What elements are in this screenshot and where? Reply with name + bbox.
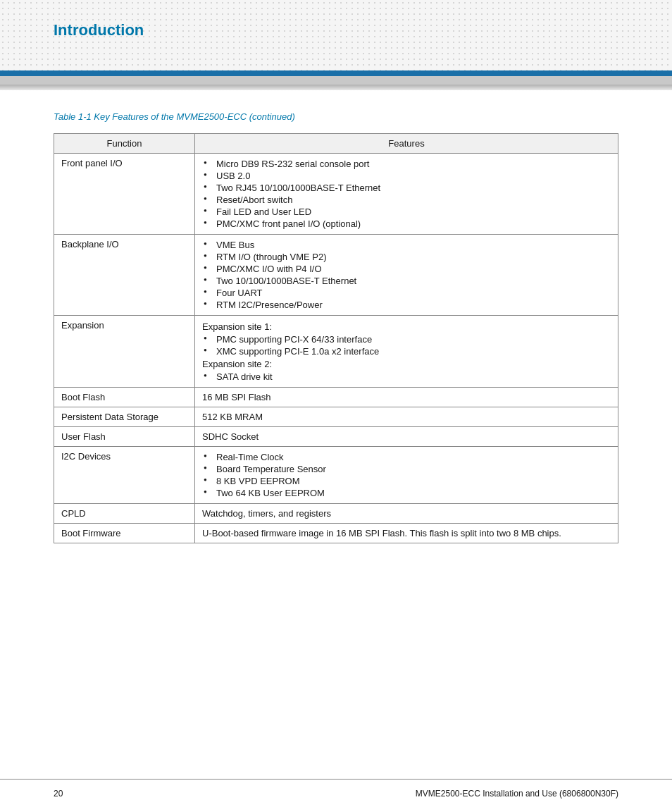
function-cell: Backplane I/O [54, 235, 195, 316]
expansion-site2-label: Expansion site 2: [202, 359, 611, 369]
header: Introduction [0, 0, 672, 70]
page-title: Introduction [54, 21, 144, 39]
list-item: Fail LED and User LED [202, 206, 611, 218]
list-item: SATA drive kit [202, 371, 611, 383]
features-cell: VME BusRTM I/O (through VME P2)PMC/XMC I… [195, 235, 618, 316]
table-header-row: Function Features [54, 134, 618, 154]
list-item: Two 10/100/1000BASE-T Ethernet [202, 275, 611, 287]
table-row: Boot FirmwareU-Boot-based firmware image… [54, 524, 618, 543]
page-footer: 20 MVME2500-ECC Installation and Use (68… [0, 779, 672, 807]
main-content: Table 1-1 Key Features of the MVME2500-E… [0, 90, 672, 586]
col-header-function: Function [54, 134, 195, 154]
list-item: USB 2.0 [202, 170, 611, 182]
features-cell: Micro DB9 RS-232 serial console portUSB … [195, 154, 618, 235]
list-item: PMC/XMC I/O with P4 I/O [202, 263, 611, 275]
table-row: CPLDWatchdog, timers, and registers [54, 504, 618, 524]
function-cell: Front panel I/O [54, 154, 195, 235]
features-table: Function Features Front panel I/OMicro D… [54, 133, 618, 543]
blue-accent-bar [0, 70, 672, 76]
document-title: MVME2500-ECC Installation and Use (68068… [416, 789, 618, 799]
features-cell: Real-Time ClockBoard Temperature Sensor8… [195, 447, 618, 504]
features-cell: 16 MB SPI Flash [195, 388, 618, 407]
function-cell: CPLD [54, 504, 195, 524]
list-item: 8 KB VPD EEPROM [202, 475, 611, 487]
function-cell: Expansion [54, 316, 195, 388]
table-row: User FlashSDHC Socket [54, 427, 618, 447]
list-item: PMC supporting PCI-X 64/33 interface [202, 333, 611, 345]
function-cell: User Flash [54, 427, 195, 447]
features-cell: 512 KB MRAM [195, 407, 618, 427]
page-number: 20 [54, 789, 63, 799]
gray-bar [0, 76, 672, 90]
features-cell: Expansion site 1:PMC supporting PCI-X 64… [195, 316, 618, 388]
function-cell: Boot Flash [54, 388, 195, 407]
features-cell: U-Boot-based firmware image in 16 MB SPI… [195, 524, 618, 543]
function-cell: Persistent Data Storage [54, 407, 195, 427]
list-item: PMC/XMC front panel I/O (optional) [202, 218, 611, 230]
table-row: I2C DevicesReal-Time ClockBoard Temperat… [54, 447, 618, 504]
function-cell: I2C Devices [54, 447, 195, 504]
list-item: Four UART [202, 287, 611, 299]
features-cell: Watchdog, timers, and registers [195, 504, 618, 524]
list-item: Reset/Abort switch [202, 194, 611, 206]
table-row: Persistent Data Storage512 KB MRAM [54, 407, 618, 427]
table-row: ExpansionExpansion site 1:PMC supporting… [54, 316, 618, 388]
list-item: Two 64 KB User EEPROM [202, 487, 611, 499]
list-item: XMC supporting PCI-E 1.0a x2 interface [202, 345, 611, 357]
list-item: RTM I2C/Presence/Power [202, 299, 611, 311]
function-cell: Boot Firmware [54, 524, 195, 543]
table-row: Boot Flash16 MB SPI Flash [54, 388, 618, 407]
list-item: Board Temperature Sensor [202, 463, 611, 475]
list-item: VME Bus [202, 239, 611, 251]
table-caption: Table 1-1 Key Features of the MVME2500-E… [54, 111, 618, 122]
col-header-features: Features [195, 134, 618, 154]
list-item: Two RJ45 10/100/1000BASE-T Ethernet [202, 182, 611, 194]
expansion-site1-label: Expansion site 1: [202, 321, 611, 332]
list-item: Real-Time Clock [202, 451, 611, 463]
list-item: Micro DB9 RS-232 serial console port [202, 158, 611, 170]
table-row: Backplane I/OVME BusRTM I/O (through VME… [54, 235, 618, 316]
features-cell: SDHC Socket [195, 427, 618, 447]
table-row: Front panel I/OMicro DB9 RS-232 serial c… [54, 154, 618, 235]
list-item: RTM I/O (through VME P2) [202, 251, 611, 263]
